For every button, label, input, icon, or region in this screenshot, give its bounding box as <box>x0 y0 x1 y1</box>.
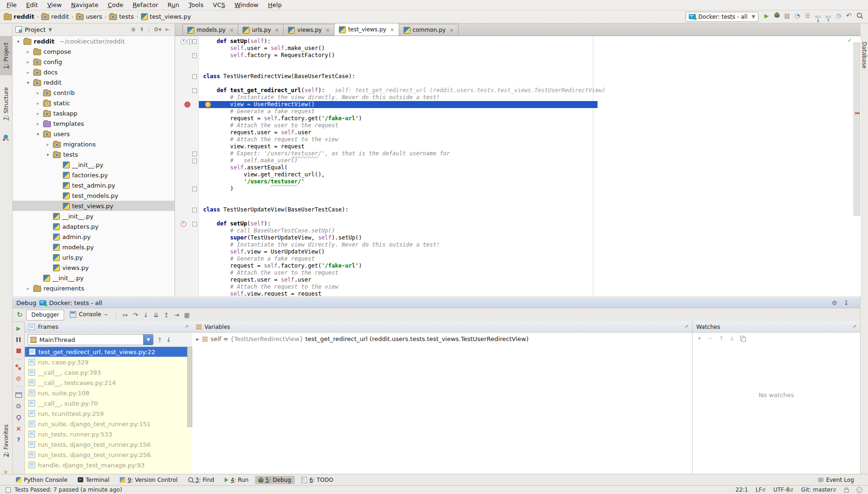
stack-frame-row[interactable]: run_tests, django_test_runner.py:156 <box>25 439 192 450</box>
close-tab-icon[interactable]: × <box>326 27 330 33</box>
step-over-icon[interactable] <box>130 310 140 320</box>
tab-models-py[interactable]: models.py× <box>182 24 238 36</box>
tree-item-static[interactable]: ▸static <box>13 98 175 108</box>
fold-marker-icon[interactable]: - <box>192 208 197 212</box>
fold-marker-icon[interactable]: - <box>192 222 197 226</box>
fold-marker-icon[interactable]: - <box>192 159 197 163</box>
tab-test_views-py[interactable]: test_views.py× <box>334 23 399 36</box>
editor-scrollbar[interactable] <box>853 43 860 216</box>
frames-scrollbar[interactable] <box>187 347 192 427</box>
concurrency-icon[interactable] <box>802 11 813 21</box>
breadcrumb-item[interactable]: reddit <box>4 13 35 20</box>
tree-item--init-py[interactable]: __init__.py <box>13 273 175 283</box>
vcs-commit-icon[interactable]: VCS↑ <box>823 15 833 23</box>
fold-marker-icon[interactable]: - <box>192 152 197 156</box>
pause-icon[interactable] <box>15 336 22 343</box>
hide-panel-icon[interactable]: ↧ <box>844 299 849 306</box>
tree-arrow-icon[interactable]: ▾ <box>45 152 51 157</box>
fold-marker-icon[interactable]: - <box>192 88 197 93</box>
tree-arrow-icon[interactable]: ▸ <box>35 121 41 126</box>
code-area[interactable]: def setUp(self): self.user = self.make_u… <box>199 36 861 296</box>
toolwindow-button-9-version-control[interactable]: 9: Version Control <box>116 476 182 484</box>
force-step-into-icon[interactable] <box>151 310 161 320</box>
toolwindow-button-5-debug[interactable]: 5: Debug <box>255 476 295 484</box>
step-out-icon[interactable] <box>161 310 171 320</box>
collapse-all-icon[interactable]: ⇞ <box>139 26 144 33</box>
menu-tools[interactable]: Tools <box>184 1 208 8</box>
add-watch-icon[interactable]: ＋ <box>696 334 702 342</box>
stack-frame-row[interactable]: run, tcunittest.py:259 <box>25 408 192 419</box>
close-tab-icon[interactable]: × <box>229 27 233 33</box>
tree-item-compose[interactable]: ▸compose <box>13 46 175 57</box>
show-execution-point-icon[interactable] <box>120 310 130 320</box>
tab-urls-py[interactable]: urls.py× <box>238 24 284 36</box>
toolwindow-button-3-find[interactable]: 3: Find <box>184 476 218 484</box>
tree-item--init-py[interactable]: __init__.py <box>13 211 175 221</box>
tree-item-requirements[interactable]: ▸requirements <box>13 283 175 293</box>
tree-arrow-icon[interactable]: ▸ <box>25 70 31 75</box>
stack-frame-row[interactable]: test_get_redirect_url, test_views.py:22 <box>25 347 192 357</box>
stack-frame-row[interactable]: __call__, testcases.py:214 <box>25 378 192 388</box>
menu-edit[interactable]: Edit <box>22 1 43 8</box>
float-panel-icon[interactable]: ↗ <box>852 324 856 330</box>
fold-marker-icon[interactable]: - <box>192 187 197 191</box>
float-panel-icon[interactable]: ↗ <box>184 324 189 330</box>
tree-item-test-models-py[interactable]: test_models.py <box>13 190 175 201</box>
close-tab-icon[interactable]: × <box>390 27 394 33</box>
variable-row[interactable]: ▶ self = {TestUserRedirectView} test_get… <box>192 333 692 345</box>
toolwindow-button-python-console[interactable]: Python Console <box>12 476 71 484</box>
tree-arrow-icon[interactable]: ▾ <box>25 80 31 85</box>
hide-panel-icon[interactable]: ⇤ <box>165 26 170 33</box>
expand-arrow-icon[interactable]: ▶ <box>196 337 199 341</box>
stack-frame-row[interactable]: run_tests, django_test_runner.py:256 <box>25 450 192 460</box>
event-log-button[interactable]: Event Log <box>818 477 854 483</box>
debug-tab-debugger[interactable]: Debugger <box>26 310 64 320</box>
tree-item-adapters-py[interactable]: adapters.py <box>13 221 175 232</box>
stack-frame-row[interactable]: __call__, suite.py:70 <box>25 398 192 408</box>
profiler-icon[interactable] <box>792 11 802 21</box>
toolwindow-button-4-run[interactable]: 4: Run <box>221 476 253 484</box>
locate-icon[interactable]: ⊕ <box>131 26 136 33</box>
tree-arrow-icon[interactable]: ▸ <box>35 90 41 95</box>
tree-item-test-views-py[interactable]: test_views.py <box>13 201 175 211</box>
tree-arrow-icon[interactable]: ▸ <box>25 49 31 54</box>
run-to-cursor-icon[interactable] <box>171 310 182 320</box>
toolwindow-button-terminal[interactable]: Terminal <box>74 476 113 484</box>
tree-arrow-icon[interactable]: ▸ <box>25 286 31 291</box>
pin-icon[interactable] <box>15 414 22 421</box>
remove-watch-icon[interactable]: − <box>708 335 713 342</box>
tree-item-admin-py[interactable]: admin.py <box>13 232 175 242</box>
override-icon[interactable]: ↑ <box>181 221 186 227</box>
breadcrumb-item[interactable]: tests <box>109 13 134 20</box>
fold-marker-icon[interactable]: - <box>192 74 197 79</box>
menu-navigate[interactable]: Navigate <box>66 1 103 8</box>
resume-icon[interactable]: ▶ <box>15 325 22 332</box>
restore-layout-icon[interactable] <box>15 392 22 398</box>
step-into-icon[interactable] <box>140 310 151 320</box>
view-breakpoints-icon[interactable] <box>15 364 22 370</box>
tree-item-users[interactable]: ▾users <box>13 129 175 139</box>
breadcrumb-item[interactable]: users <box>76 13 102 20</box>
breakpoint-icon[interactable] <box>184 102 190 108</box>
status-message[interactable]: Tests Passed: 7 passed (a minute ago) <box>15 487 122 493</box>
menu-run[interactable]: Run <box>163 1 184 8</box>
stack-frame-row[interactable]: run_tests, runner.py:533 <box>25 429 192 439</box>
vcs-branch[interactable]: Git: master⇵ <box>801 487 837 493</box>
history-icon[interactable] <box>833 11 844 21</box>
line-separator[interactable]: LF⇵ <box>756 487 766 493</box>
frame-up-icon[interactable]: ↑ <box>157 336 162 343</box>
tree-arrow-icon[interactable]: ▾ <box>15 39 21 44</box>
settings-icon[interactable]: ⚙ <box>15 403 22 409</box>
tree-item-reddit[interactable]: ▾reddit <box>13 77 175 87</box>
lock-icon[interactable] <box>844 489 849 493</box>
editor-gutter[interactable]: ↑↓--------↑- <box>175 36 199 296</box>
stack-frame-row[interactable]: run_suite, django_test_runner.py:151 <box>25 419 192 429</box>
breadcrumb-item[interactable]: test_views.py <box>141 13 191 20</box>
tree-arrow-icon[interactable]: ▸ <box>25 59 31 65</box>
stripe-tab-database[interactable]: Database <box>861 33 868 78</box>
coverage-icon[interactable] <box>782 11 792 21</box>
fold-marker-icon[interactable]: - <box>192 39 197 44</box>
copy-icon[interactable] <box>740 336 744 341</box>
tree-item--init-py[interactable]: __init__.py <box>13 160 175 170</box>
file-encoding[interactable]: UTF-8⇵ <box>773 487 794 493</box>
